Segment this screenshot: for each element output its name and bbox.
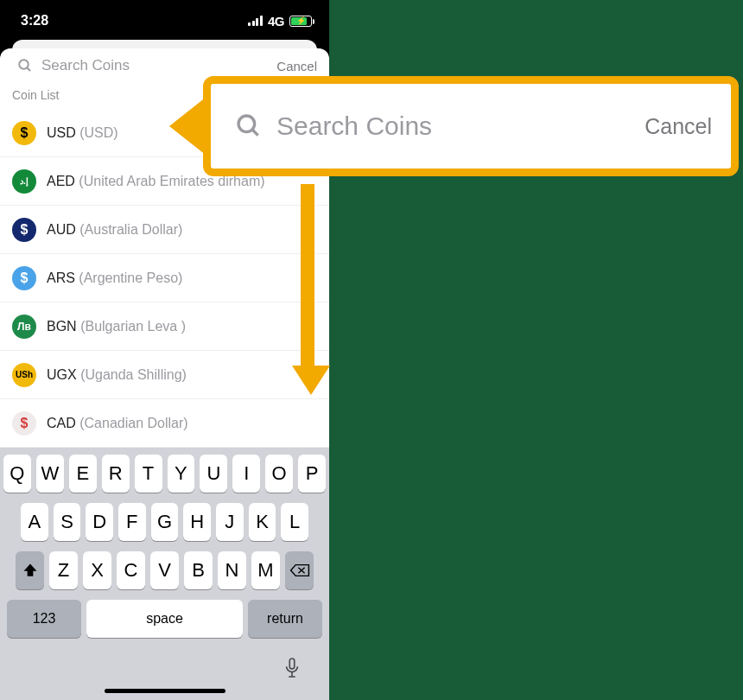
coin-row[interactable]: $CAD (Canadian Dollar) — [0, 399, 329, 448]
coin-icon: $ — [12, 121, 36, 145]
coin-code: CAD — [47, 416, 79, 430]
backspace-key[interactable] — [285, 551, 314, 589]
key-l[interactable]: L — [281, 503, 308, 541]
coin-icon: $ — [12, 218, 36, 242]
scroll-down-arrow — [292, 184, 323, 395]
key-q[interactable]: Q — [3, 455, 31, 493]
cancel-button[interactable]: Cancel — [276, 59, 317, 73]
dictation-icon[interactable] — [283, 657, 302, 679]
coin-icon: Лв — [12, 315, 36, 339]
key-w[interactable]: W — [36, 455, 64, 493]
key-n[interactable]: N — [218, 551, 246, 589]
keyboard[interactable]: QWERTYUIOP ASDFGHJKL ZXCVBNM 123 space r… — [0, 448, 329, 700]
key-f[interactable]: F — [118, 503, 146, 541]
svg-line-1 — [27, 67, 30, 71]
key-p[interactable]: P — [298, 455, 326, 493]
key-v[interactable]: V — [150, 551, 179, 589]
callout-placeholder: Search Coins — [276, 111, 631, 141]
key-m[interactable]: M — [251, 551, 280, 589]
coin-icon: USh — [12, 363, 36, 387]
key-c[interactable]: C — [117, 551, 145, 589]
coin-name: (Australia Dollar) — [79, 222, 182, 237]
coin-name: (Canadian Dollar) — [79, 416, 187, 430]
key-d[interactable]: D — [86, 503, 113, 541]
key-u[interactable]: U — [200, 455, 227, 493]
shift-key[interactable] — [16, 551, 44, 589]
key-x[interactable]: X — [83, 551, 111, 589]
coin-icon: $ — [12, 266, 36, 290]
svg-point-7 — [238, 116, 255, 132]
coin-code: AUD — [47, 222, 79, 237]
coin-icon: إ.د — [12, 169, 36, 194]
key-h[interactable]: H — [183, 503, 211, 541]
svg-rect-4 — [289, 659, 295, 669]
status-bar: 3:28 4G ⚡ — [0, 0, 329, 41]
key-r[interactable]: R — [102, 455, 130, 493]
coin-name: (Uganda Shilling) — [80, 367, 187, 382]
signal-icon — [248, 16, 263, 26]
key-s[interactable]: S — [54, 503, 81, 541]
svg-point-0 — [19, 60, 29, 69]
coin-row[interactable]: $ARS (Argentine Peso) — [0, 254, 329, 302]
coin-code: AED — [47, 174, 79, 188]
search-icon — [17, 58, 33, 73]
key-e[interactable]: E — [69, 455, 97, 493]
numeric-key[interactable]: 123 — [7, 600, 81, 638]
svg-line-8 — [252, 130, 258, 136]
battery-icon: ⚡ — [289, 16, 312, 27]
key-g[interactable]: G — [151, 503, 179, 541]
return-key[interactable]: return — [248, 600, 322, 638]
search-input[interactable] — [41, 57, 268, 74]
coin-code: ARS — [47, 270, 79, 285]
key-z[interactable]: Z — [49, 551, 78, 589]
clock: 3:28 — [21, 13, 48, 29]
search-callout: Search Coins Cancel — [203, 76, 739, 176]
space-key[interactable]: space — [86, 600, 243, 638]
key-k[interactable]: K — [249, 503, 276, 541]
coin-code: USD — [47, 125, 79, 140]
coin-icon: $ — [12, 411, 36, 436]
key-b[interactable]: B — [184, 551, 213, 589]
callout-cancel: Cancel — [645, 114, 712, 139]
home-indicator[interactable] — [105, 689, 225, 693]
key-a[interactable]: A — [21, 503, 48, 541]
coin-name: (Bulgarian Leva ) — [80, 319, 186, 334]
network-type: 4G — [268, 14, 284, 29]
key-i[interactable]: I — [232, 455, 260, 493]
key-j[interactable]: J — [216, 503, 244, 541]
coin-row[interactable]: $AUD (Australia Dollar) — [0, 206, 329, 254]
key-o[interactable]: O — [265, 455, 293, 493]
key-t[interactable]: T — [135, 455, 162, 493]
key-y[interactable]: Y — [168, 455, 195, 493]
search-icon — [235, 112, 263, 140]
status-right: 4G ⚡ — [248, 14, 312, 29]
coin-code: BGN — [47, 319, 80, 334]
coin-code: UGX — [47, 367, 80, 382]
coin-row[interactable]: UShUGX (Uganda Shilling) — [0, 351, 329, 399]
coin-name: (Argentine Peso) — [79, 270, 182, 285]
coin-name: (USD) — [79, 125, 117, 140]
coin-row[interactable]: ЛвBGN (Bulgarian Leva ) — [0, 302, 329, 351]
